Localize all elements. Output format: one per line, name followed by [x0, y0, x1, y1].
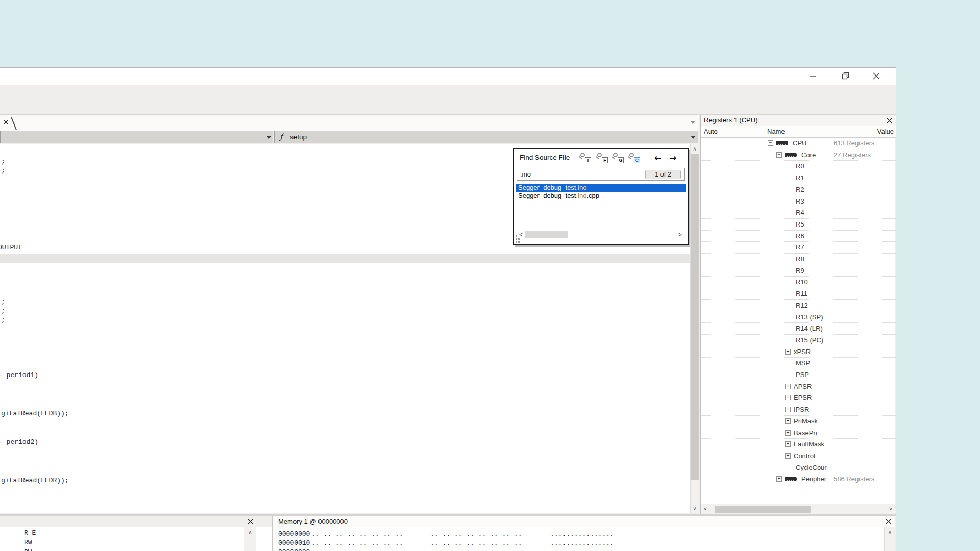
editor-vscrollbar-thumb[interactable]	[691, 154, 699, 480]
function-icon: ƒ	[280, 132, 283, 141]
find-filter-g-button[interactable]: G	[611, 152, 624, 164]
left-panel-content[interactable]	[0, 527, 272, 551]
register-row[interactable]: R3	[701, 196, 896, 208]
column-value[interactable]: Value	[823, 128, 894, 135]
register-row[interactable]: R4	[701, 207, 896, 219]
register-value: 613 Registers	[834, 139, 894, 147]
find-query-input[interactable]: .ino 1 of 2	[517, 168, 685, 181]
function-combo[interactable]: ƒ setup	[274, 131, 698, 143]
file-combo[interactable]	[0, 131, 273, 143]
registers-hscrollbar-thumb[interactable]	[715, 506, 811, 513]
register-row[interactable]: +PriMask	[701, 416, 896, 428]
column-name[interactable]: Name	[767, 128, 785, 135]
find-filter-c-button[interactable]: C	[628, 152, 640, 164]
register-row[interactable]: −CPU613 Registers	[701, 138, 896, 149]
scroll-up-icon[interactable]: ∧	[244, 529, 256, 535]
register-name: R9	[796, 267, 804, 274]
find-next-button[interactable]: →	[669, 153, 676, 163]
expand-box-icon[interactable]: +	[785, 453, 791, 459]
register-row[interactable]: +APSR	[701, 381, 896, 393]
scroll-down-icon[interactable]: ∨	[691, 506, 699, 511]
register-row[interactable]: R5	[701, 219, 896, 231]
register-row[interactable]: +Peripher586 Registers	[701, 473, 896, 485]
register-row[interactable]: R10	[701, 277, 896, 288]
close-button[interactable]	[869, 70, 884, 82]
register-row[interactable]: R7	[701, 242, 896, 254]
register-row[interactable]: R9	[701, 265, 896, 277]
find-match-count: 1 of 2	[645, 170, 681, 179]
expand-box-icon[interactable]: +	[785, 430, 791, 436]
register-row[interactable]: R1	[701, 172, 896, 184]
register-row[interactable]: +FaultMask	[701, 439, 896, 450]
register-row[interactable]: R12	[701, 300, 896, 312]
code-fragment: ;	[1, 316, 5, 324]
register-row[interactable]: R15 (PC)	[701, 335, 896, 346]
expand-box-icon[interactable]: +	[785, 384, 791, 389]
expand-box-icon[interactable]: +	[785, 395, 791, 400]
register-row[interactable]: PSP	[701, 369, 896, 381]
memory-ascii: ................	[550, 539, 614, 547]
expand-box-icon[interactable]: +	[785, 418, 791, 424]
editor-vscrollbar[interactable]: ∧ ∨	[690, 144, 699, 513]
toolbar-strip	[0, 85, 896, 115]
register-row[interactable]: +xPSR	[701, 346, 896, 358]
scroll-left-icon[interactable]: <	[704, 506, 707, 512]
find-hscrollbar[interactable]: < >	[516, 229, 686, 241]
register-name: R3	[796, 197, 804, 205]
collapse-box-icon[interactable]: −	[776, 152, 782, 158]
memory-vscrollbar[interactable]: ∧	[884, 527, 895, 551]
register-row[interactable]: R11	[701, 288, 896, 300]
registers-column-header[interactable]: Auto Name Value	[701, 126, 896, 138]
left-panel-close-button[interactable]	[247, 518, 254, 527]
find-prev-button[interactable]: ←	[654, 153, 662, 163]
memory-address: 00000020	[278, 548, 310, 551]
scroll-left-icon[interactable]: <	[519, 231, 523, 238]
memory-panel-header[interactable]: Memory 1 @ 00000000	[273, 516, 895, 527]
find-result-item[interactable]: Segger_debug_test.ino	[516, 184, 686, 192]
memory-hex: .. .. .. .. .. .. .. ..	[311, 539, 403, 547]
collapse-box-icon[interactable]: −	[768, 140, 773, 146]
register-row[interactable]: CycleCour	[701, 462, 896, 474]
register-row[interactable]: R2	[701, 184, 896, 196]
left-panel-vscrollbar[interactable]: ∧	[244, 527, 256, 551]
tab-list-dropdown-icon[interactable]	[690, 121, 695, 124]
left-panel-header[interactable]	[0, 516, 272, 527]
registers-hscrollbar[interactable]: < >	[701, 504, 895, 514]
minimize-button[interactable]	[805, 70, 821, 82]
find-filter-t-button[interactable]: T	[579, 152, 591, 164]
find-filter-f-button[interactable]: F	[596, 152, 608, 164]
memory-close-button[interactable]	[885, 518, 892, 527]
expand-box-icon[interactable]: +	[776, 476, 782, 482]
register-row[interactable]: −Core27 Registers	[701, 149, 896, 161]
column-auto[interactable]: Auto	[704, 128, 718, 135]
register-row[interactable]: R14 (LR)	[701, 323, 896, 335]
registers-close-button[interactable]	[886, 117, 893, 126]
tab-close-button[interactable]	[3, 118, 9, 128]
scroll-up-icon[interactable]: ∧	[691, 146, 699, 152]
find-hscrollbar-thumb[interactable]	[525, 231, 568, 238]
scroll-right-icon[interactable]: >	[889, 506, 892, 512]
find-result-item[interactable]: Segger_debug_test.ino.cpp	[516, 192, 686, 200]
expand-box-icon[interactable]: +	[785, 441, 791, 447]
file-combo-arrow-icon[interactable]	[266, 136, 272, 139]
magnifier-icon	[580, 153, 585, 157]
restore-button[interactable]	[838, 70, 853, 82]
memory-address: 00000000	[278, 530, 310, 538]
register-row[interactable]: +Control	[701, 450, 896, 462]
chip-icon	[785, 477, 797, 481]
scroll-right-icon[interactable]: >	[678, 231, 682, 238]
register-row[interactable]: R0	[701, 161, 896, 172]
expand-box-icon[interactable]: +	[785, 349, 791, 355]
register-row[interactable]: +IPSR	[701, 404, 896, 416]
register-row[interactable]: +BasePri	[701, 428, 896, 439]
register-row[interactable]: R6	[701, 231, 896, 242]
expand-box-icon[interactable]: +	[785, 407, 791, 412]
registers-panel-header[interactable]: Registers 1 (CPU)	[701, 115, 896, 126]
function-combo-arrow-icon[interactable]	[691, 136, 696, 139]
register-row[interactable]: +EPSR	[701, 392, 896, 404]
register-row[interactable]: MSP	[701, 358, 896, 369]
register-row[interactable]: R13 (SP)	[701, 312, 896, 323]
scroll-up-icon[interactable]: ∧	[885, 529, 895, 535]
tab-edge[interactable]	[11, 117, 17, 130]
register-row[interactable]: R8	[701, 254, 896, 265]
